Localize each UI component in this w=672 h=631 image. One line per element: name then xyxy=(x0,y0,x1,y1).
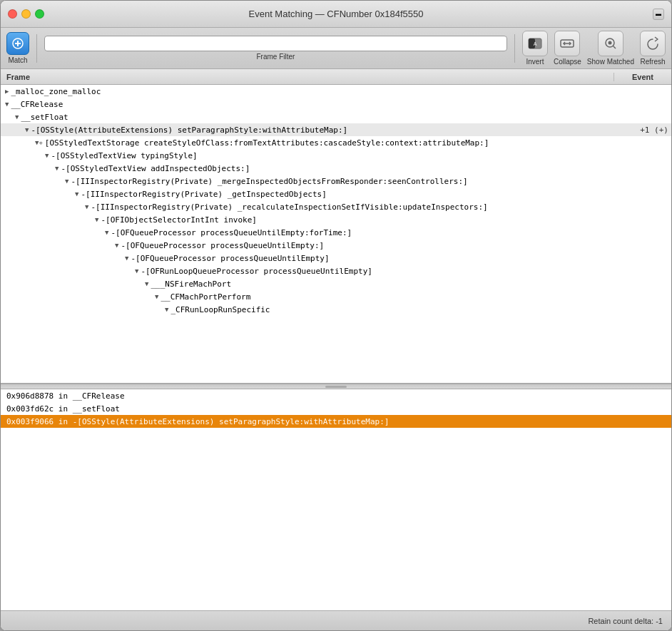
tree-item-text: __CFRelease xyxy=(11,100,63,109)
tree-item[interactable]: ▼-[OFQueueProcessor processQueueUntilEmp… xyxy=(1,226,671,239)
tree-item-text: -[OFQueueProcessor processQueueUntilEmpt… xyxy=(121,241,324,250)
refresh-label: Refresh xyxy=(640,58,665,66)
minimize-button[interactable] xyxy=(21,9,31,19)
refresh-button[interactable] xyxy=(640,31,666,56)
stack-frames-pane[interactable]: 0x906d8878 in __CFRelease0x003fd62c in _… xyxy=(1,389,671,610)
frame-filter-section: Frame Filter xyxy=(44,36,507,61)
main-content: ▶_malloc_zone_malloc▼__CFRelease▼__setFl… xyxy=(1,85,671,610)
tree-item-text: -[OFIObjectSelectorIntInt invoke] xyxy=(101,215,257,225)
tree-item-prefix: ▼ xyxy=(85,203,88,210)
window-title: Event Matching — CFNumber 0x184f5550 xyxy=(249,9,424,19)
pane-divider[interactable] xyxy=(1,384,671,389)
tree-item-prefix: ▼ xyxy=(45,152,49,159)
tree-item-text: -[OSStyledTextView typingStyle] xyxy=(51,151,197,160)
frame-filter-input[interactable] xyxy=(44,36,507,51)
tree-item-prefix: ▼ xyxy=(55,165,58,172)
tree-item[interactable]: ▼-[OFIObjectSelectorIntInt invoke] xyxy=(1,213,671,226)
match-btn-group: Match xyxy=(6,32,29,64)
refresh-btn-group: Refresh xyxy=(640,31,666,66)
tree-item[interactable]: ▼-[OSStyledTextView addInspectedObjects:… xyxy=(1,162,671,175)
tree-item-text: -[OFQueueProcessor processQueueUntilEmpt… xyxy=(111,228,352,237)
tree-item-prefix: ▼ xyxy=(165,306,168,313)
call-stack-tree[interactable]: ▶_malloc_zone_malloc▼__CFRelease▼__setFl… xyxy=(1,85,671,384)
tree-item-text: _CFRunLoopRunSpecific xyxy=(170,305,270,314)
tree-item-prefix: ▼ xyxy=(125,255,128,262)
tree-item-prefix: ▼ xyxy=(155,293,158,300)
title-bar-right: ▬ xyxy=(653,9,671,20)
tree-item[interactable]: ▼-[OSStyledTextView typingStyle] xyxy=(1,149,671,162)
tree-item-prefix: ▶ xyxy=(5,88,9,95)
collapse-label: Collapse xyxy=(554,58,581,66)
tree-item[interactable]: ▼__CFMachPortPerform xyxy=(1,290,671,303)
tree-item-prefix: ▼ xyxy=(65,178,68,185)
toolbar-right-buttons: A Invert Collapse xyxy=(522,31,666,66)
svg-text:A: A xyxy=(534,41,537,46)
event-column-header: Event xyxy=(614,73,671,81)
tree-item[interactable]: ▼+[OSStyledTextStorage createStyleOfClas… xyxy=(1,136,671,149)
invert-btn-group: A Invert xyxy=(522,31,548,66)
tree-item-prefix: ▼+ xyxy=(35,139,43,146)
tree-item-text: -[IIInspectorRegistry(Private) _getInspe… xyxy=(81,190,326,199)
stack-frame-row[interactable]: 0x003f9066 in -[OSStyle(AttributeExtensi… xyxy=(1,415,671,428)
maximize-button[interactable] xyxy=(35,9,44,19)
tree-item-prefix: ▼ xyxy=(145,280,148,287)
tree-item-text: __CFMachPortPerform xyxy=(161,292,250,302)
stack-frame-row[interactable]: 0x003fd62c in __setFloat xyxy=(1,402,671,415)
tree-item-text: -[IIInspectorRegistry(Private) _mergeIns… xyxy=(71,177,467,186)
frame-address: 0x906d8878 in __CFRelease xyxy=(6,391,125,401)
tree-item[interactable]: ▼___NSFireMachPort xyxy=(1,277,671,290)
tree-item-prefix: ▼ xyxy=(75,190,78,197)
status-text: Retain count delta: -1 xyxy=(588,617,663,625)
tree-item[interactable]: ▼-[IIInspectorRegistry(Private) _getInsp… xyxy=(1,188,671,200)
tree-item[interactable]: ▼__setFloat xyxy=(1,111,671,123)
tree-item[interactable]: ▼__CFRelease xyxy=(1,98,671,111)
collapse-btn-group: Collapse xyxy=(554,31,581,66)
tree-item[interactable]: ▼_CFRunLoopRunSpecific xyxy=(1,303,671,316)
tree-item[interactable]: ▶_malloc_zone_malloc xyxy=(1,85,671,98)
toolbar-separator-1 xyxy=(36,34,37,63)
tree-item-text: [OSStyledTextStorage createStyleOfClass:… xyxy=(45,138,489,148)
toolbar-separator-2 xyxy=(514,34,515,63)
match-add-button[interactable] xyxy=(6,32,29,55)
show-matched-button[interactable] xyxy=(598,31,623,56)
close-button[interactable] xyxy=(8,9,17,19)
divider-handle xyxy=(325,386,347,388)
tree-item[interactable]: ▼-[OFRunLoopQueueProcessor processQueueU… xyxy=(1,265,671,277)
tree-item-prefix: ▼ xyxy=(115,242,118,249)
tree-item-prefix: ▼ xyxy=(15,113,19,120)
collapse-button[interactable] xyxy=(554,31,580,56)
tree-item-text: __setFloat xyxy=(21,113,68,122)
frame-column-header: Frame xyxy=(1,73,614,81)
tree-item-event-count: +1 (+) xyxy=(640,125,668,135)
show-matched-label: Show Matched xyxy=(587,58,634,66)
tree-item-text: -[OFQueueProcessor processQueueUntilEmpt… xyxy=(131,254,329,263)
tree-item-prefix: ▼ xyxy=(25,126,29,133)
show-matched-btn-group: Show Matched xyxy=(587,31,634,66)
tree-item[interactable]: ▼-[IIInspectorRegistry(Private) _recalcu… xyxy=(1,200,671,213)
status-bar: Retain count delta: -1 xyxy=(1,610,671,630)
window-resize-button[interactable]: ▬ xyxy=(653,9,664,20)
tree-item-text: -[OFRunLoopQueueProcessor processQueueUn… xyxy=(141,267,372,276)
svg-line-10 xyxy=(613,46,616,49)
invert-button[interactable]: A xyxy=(522,31,548,56)
tree-item[interactable]: ▼-[IIInspectorRegistry(Private) _mergeIn… xyxy=(1,175,671,188)
tree-item-text: -[OSStyle(AttributeExtensions) setParagr… xyxy=(31,125,347,135)
tree-item-text: _malloc_zone_malloc xyxy=(11,87,101,96)
title-bar: Event Matching — CFNumber 0x184f5550 ▬ xyxy=(1,1,671,28)
toolbar: Match Frame Filter A Invert xyxy=(1,28,671,69)
stack-frame-row[interactable]: 0x906d8878 in __CFRelease xyxy=(1,389,671,402)
frame-address: 0x003f9066 in -[OSStyle(AttributeExtensi… xyxy=(6,417,389,426)
tree-item-text: -[IIInspectorRegistry(Private) _recalcul… xyxy=(91,202,487,212)
match-label: Match xyxy=(8,56,27,64)
tree-item-prefix: ▼ xyxy=(135,267,138,275)
tree-item-prefix: ▼ xyxy=(105,229,108,236)
tree-item-prefix: ▼ xyxy=(95,216,98,223)
column-headers: Frame Event xyxy=(1,69,671,85)
tree-item[interactable]: ▼-[OSStyle(AttributeExtensions) setParag… xyxy=(1,123,671,136)
frame-filter-label: Frame Filter xyxy=(257,53,295,61)
tree-item-prefix: ▼ xyxy=(5,101,9,108)
tree-item[interactable]: ▼-[OFQueueProcessor processQueueUntilEmp… xyxy=(1,239,671,252)
main-window: Event Matching — CFNumber 0x184f5550 ▬ M… xyxy=(0,0,672,631)
traffic-lights xyxy=(1,9,44,19)
tree-item[interactable]: ▼-[OFQueueProcessor processQueueUntilEmp… xyxy=(1,252,671,265)
